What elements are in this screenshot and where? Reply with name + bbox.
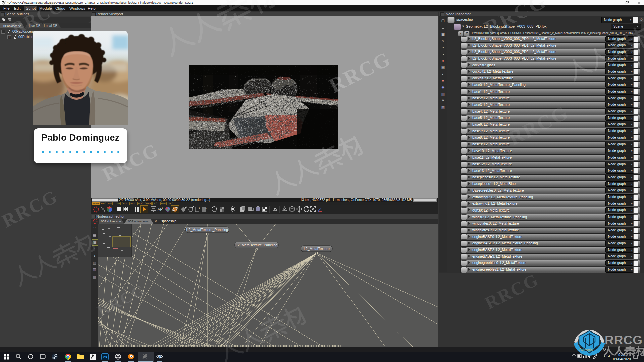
svg-text:Activado: Activado [579, 347, 593, 351]
svg-text:L2_MetalTexture: L2_MetalTexture [304, 247, 330, 251]
svg-text:1: 1 [205, 207, 207, 209]
svg-text:RRCG: RRCG [605, 333, 643, 347]
svg-text:09/04/2020: 09/04/2020 [613, 357, 631, 361]
svg-text:Ps: Ps [103, 355, 107, 359]
svg-text:1: 1 [199, 207, 200, 209]
svg-text:O: O [603, 347, 606, 351]
svg-text:L2_MetalTexture_Paneling: L2_MetalTexture_Paneling [236, 243, 277, 247]
svg-text:1: 1 [162, 207, 163, 209]
svg-text:L2_MetalTexture_Paneling: L2_MetalTexture_Paneling [186, 228, 228, 232]
